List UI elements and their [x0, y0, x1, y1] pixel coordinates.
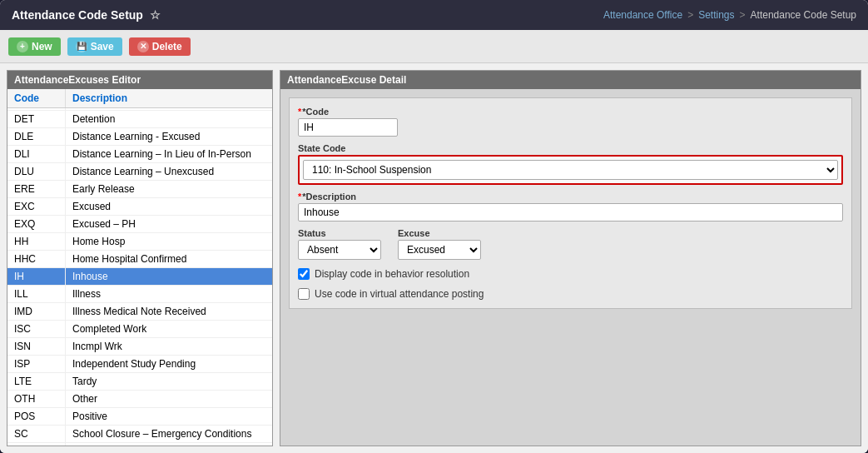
row-code: ILL [7, 286, 66, 302]
left-panel: AttendanceExcuses Editor Code Descriptio… [7, 70, 273, 446]
table-row[interactable]: EXQ Excused – PH [7, 216, 272, 233]
row-desc: Positive [66, 408, 272, 425]
row-desc: Distance Learning – Unexcused [66, 163, 272, 180]
row-code: POS [7, 408, 66, 425]
table-row[interactable]: DLI Distance Learning – In Lieu of In-Pe… [7, 146, 272, 163]
row-code: LTE [7, 373, 66, 390]
save-label: Save [91, 41, 114, 52]
row-code: DLI [7, 146, 66, 162]
left-panel-header: AttendanceExcuses Editor [7, 71, 272, 89]
right-panel-content: *Code State Code 110: In-School Suspensi… [280, 89, 861, 317]
state-code-select[interactable]: 110: In-School Suspension100: Unexcused2… [303, 160, 838, 180]
row-code: SN [7, 443, 66, 446]
table-row[interactable]: ISN Incmpl Wrk [7, 338, 272, 356]
checkbox2-row: Use code in virtual attendance posting [298, 288, 843, 300]
row-code: CUT [7, 108, 66, 110]
table-body: ACT Activity CLR Tardy/Clr CUT Cut DET D… [7, 108, 272, 446]
description-input[interactable] [298, 203, 843, 222]
save-button[interactable]: 💾 Save [67, 37, 122, 56]
main-container: Attendance Code Setup ☆ Attendance Offic… [0, 0, 868, 453]
table-row[interactable]: IH Inhouse [7, 268, 272, 286]
table-row[interactable]: SN Snow Day Power/Roads [7, 443, 272, 446]
checkbox1[interactable] [298, 268, 310, 280]
checkbox1-row: Display code in behavior resolution [298, 268, 843, 280]
new-label: New [32, 41, 52, 52]
row-desc: School Closure – Emergency Conditions [66, 426, 272, 442]
row-code: ISC [7, 321, 66, 337]
state-code-field-group: State Code 110: In-School Suspension100:… [298, 143, 843, 185]
breadcrumb: Attendance Office > Settings > Attendanc… [603, 9, 856, 21]
row-desc: Snow Day Power/Roads [66, 443, 272, 446]
table-row[interactable]: OTH Other [7, 391, 272, 408]
table-row[interactable]: EXC Excused [7, 198, 272, 216]
row-code: DET [7, 111, 66, 127]
status-select[interactable]: AbsentPresentTardy [298, 240, 381, 260]
row-desc: Home Hospital Confirmed [66, 251, 272, 267]
code-input[interactable] [298, 118, 398, 137]
checkbox1-label: Display code in behavior resolution [315, 268, 469, 280]
table-row[interactable]: POS Positive [7, 408, 272, 426]
row-desc: Home Hosp [66, 233, 272, 250]
table-row[interactable]: HH Home Hosp [7, 233, 272, 251]
row-code: EXC [7, 198, 66, 215]
table-row[interactable]: ERE Early Release [7, 181, 272, 198]
table-row[interactable]: IMD Illness Medical Note Received [7, 303, 272, 321]
table-row[interactable]: DLU Distance Learning – Unexcused [7, 163, 272, 181]
breadcrumb-sep1: > [687, 9, 693, 21]
row-code: EXQ [7, 216, 66, 232]
row-desc: Excused [66, 198, 272, 215]
row-desc: Distance Learning - Excused [66, 128, 272, 145]
table-header: Code Description [7, 89, 272, 108]
row-code: OTH [7, 391, 66, 407]
table-row[interactable]: DET Detention [7, 111, 272, 128]
status-label: Status [298, 228, 381, 238]
code-label: *Code [298, 107, 843, 117]
row-desc: Illness [66, 286, 272, 302]
detail-box: *Code State Code 110: In-School Suspensi… [289, 97, 852, 309]
col-desc-header[interactable]: Description [66, 89, 272, 107]
top-bar: Attendance Code Setup ☆ Attendance Offic… [0, 0, 868, 30]
breadcrumb-current: Attendance Code Setup [751, 9, 856, 21]
row-desc: Independent Study Pending [66, 356, 272, 372]
excuse-select[interactable]: ExcusedUnexcusedNone [398, 240, 481, 260]
status-group: Status AbsentPresentTardy [298, 228, 381, 260]
breadcrumb-link-attendance[interactable]: Attendance Office [603, 9, 682, 21]
col-code-header[interactable]: Code [7, 89, 66, 107]
row-code: IH [7, 268, 66, 285]
favorite-icon[interactable]: ☆ [150, 8, 161, 22]
table-row[interactable]: LTE Tardy [7, 373, 272, 391]
right-panel-header: AttendanceExcuse Detail [280, 71, 861, 89]
description-label: *Description [298, 192, 843, 202]
delete-icon: ✕ [137, 41, 149, 52]
new-button[interactable]: + New [8, 37, 61, 56]
delete-button[interactable]: ✕ Delete [129, 37, 191, 56]
table-row[interactable]: HHC Home Hospital Confirmed [7, 251, 272, 268]
save-icon: 💾 [76, 41, 87, 52]
state-code-label: State Code [298, 143, 843, 153]
row-desc: Other [66, 391, 272, 407]
delete-label: Delete [152, 41, 182, 52]
row-desc: Cut [66, 108, 272, 110]
row-code: ISP [7, 356, 66, 372]
right-panel: AttendanceExcuse Detail *Code State Code… [280, 70, 861, 446]
row-desc: Excused – PH [66, 216, 272, 232]
row-code: HH [7, 233, 66, 250]
table-row[interactable]: ISC Completed Work [7, 321, 272, 338]
row-code: SC [7, 426, 66, 442]
new-icon: + [17, 41, 28, 52]
row-desc: Detention [66, 111, 272, 127]
row-desc: Tardy [66, 373, 272, 390]
row-desc: Distance Learning – In Lieu of In-Person [66, 146, 272, 162]
status-excuse-row: Status AbsentPresentTardy Excuse Excused… [298, 228, 843, 260]
breadcrumb-link-settings[interactable]: Settings [698, 9, 734, 21]
description-field-group: *Description [298, 192, 843, 222]
checkbox2-label: Use code in virtual attendance posting [315, 288, 484, 300]
content-area: AttendanceExcuses Editor Code Descriptio… [0, 63, 868, 453]
table-row[interactable]: DLE Distance Learning - Excused [7, 128, 272, 146]
table-row[interactable]: ILL Illness [7, 286, 272, 303]
table-row[interactable]: ISP Independent Study Pending [7, 356, 272, 373]
row-code: IMD [7, 303, 66, 320]
checkbox2[interactable] [298, 288, 310, 300]
table-row[interactable]: SC School Closure – Emergency Conditions [7, 426, 272, 443]
state-code-box: 110: In-School Suspension100: Unexcused2… [298, 155, 843, 185]
